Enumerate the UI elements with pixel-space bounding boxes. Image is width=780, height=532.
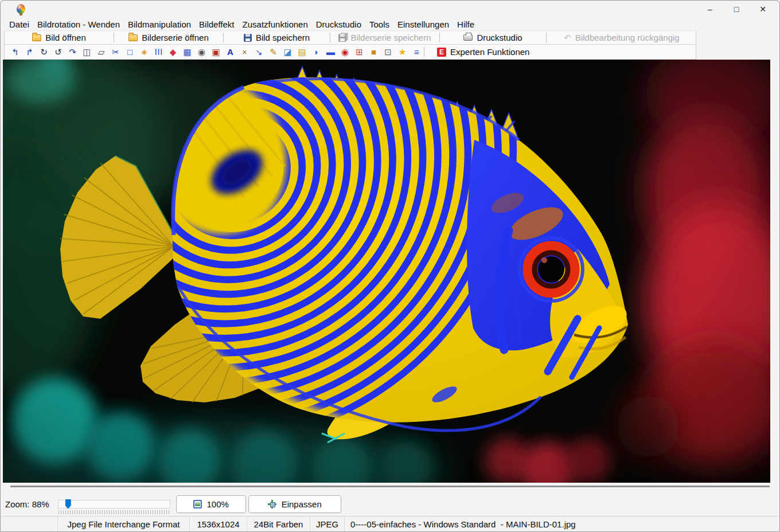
levels-adjust-icon[interactable]: ☰ — [151, 45, 166, 59]
status-filename: 0----05-einfaches - Windows Standard - M… — [345, 517, 779, 531]
zoom-label: Zoom: 88% — [5, 499, 49, 509]
toolbar-button-bilderserie-öffnen[interactable]: Bilderserie öffnen — [114, 31, 223, 44]
magic-wand-icon[interactable]: ∗ — [137, 45, 151, 59]
menu-item-datei[interactable]: Datei — [5, 19, 33, 29]
titlebar: – □ ✕ — [1, 1, 779, 18]
thumbnail-icon[interactable]: ▣ — [209, 45, 223, 59]
zoom-100-label: 100% — [207, 499, 229, 509]
gift-icon[interactable]: ■ — [366, 45, 381, 59]
fit-label: Einpassen — [282, 499, 322, 509]
floppy-save-series-icon — [338, 34, 346, 42]
fit-arrows-icon — [268, 500, 276, 508]
pen-tool-icon[interactable]: ✎ — [266, 45, 280, 59]
repair-tools-icon[interactable]: × — [237, 45, 252, 59]
image-edit-icon[interactable]: ◪ — [280, 45, 295, 59]
crop-scissors-icon[interactable]: ✂ — [108, 45, 123, 59]
menu-item-zusatzfunktionen[interactable]: Zusatzfunktionen — [239, 19, 312, 29]
app-logo-icon — [17, 4, 25, 14]
zoom-100-icon — [193, 500, 202, 508]
status-format: Jpeg File Interchange Format — [58, 517, 190, 531]
toolbar-button-label: Bild speichern — [256, 33, 310, 42]
camera-icon[interactable]: ◉ — [194, 45, 209, 59]
free-rotate-icon[interactable]: ▱ — [94, 45, 108, 59]
framed-image-icon[interactable]: ⊞ — [352, 45, 366, 59]
color-balance-icon[interactable]: ◆ — [166, 45, 180, 59]
toolbar-button-label: Druckstudio — [477, 33, 522, 42]
image-landscape-icon[interactable]: ▤ — [295, 45, 309, 59]
clone-shapes-icon[interactable]: ⊡ — [381, 45, 395, 59]
statusbar: Jpeg File Interchange Format1536x102424B… — [1, 516, 779, 531]
experten-label: Experten Funktionen — [450, 47, 529, 57]
main-toolbar: Bild öffnenBilderserie öffnenBild speich… — [5, 31, 696, 45]
toolbar-button-bild-öffnen[interactable]: Bild öffnen — [5, 31, 114, 44]
rotate-ccw-icon[interactable]: ↺ — [51, 45, 65, 59]
menu-item-druckstudio[interactable]: Druckstudio — [312, 19, 365, 29]
scroll-track — [10, 486, 770, 487]
window-controls: – □ ✕ — [697, 1, 776, 18]
mosaic-effect-icon[interactable]: ▦ — [180, 45, 194, 59]
menubar: DateiBildrotation - WendenBildmanipulati… — [1, 18, 779, 30]
red-eye-icon[interactable]: ◉ — [338, 45, 352, 59]
zoom-slider-thumb[interactable] — [65, 499, 71, 509]
minimize-button[interactable]: – — [697, 1, 723, 18]
toolbar-separator — [424, 47, 424, 57]
floppy-save-icon — [244, 34, 252, 42]
toolbar-button-bildbearbeitung-rückgängig: ↶Bildbearbeitung rückgängig — [547, 31, 697, 44]
toolbar-button-label: Bilderserie speichern — [350, 33, 431, 42]
fit-to-window-button[interactable]: Einpassen — [248, 495, 341, 513]
toolbar-container: Bild öffnenBilderserie öffnenBild speich… — [4, 30, 696, 60]
status-filetype: JPEG — [310, 517, 345, 531]
menu-item-tools[interactable]: Tools — [365, 19, 393, 29]
maximize-button[interactable]: □ — [723, 1, 750, 18]
experten-funktionen-button[interactable]: EExperten Funktionen — [437, 47, 529, 57]
status-dimensions: 1536x1024 — [190, 517, 247, 531]
printer-icon — [463, 34, 473, 41]
menu-item-bildeffekt[interactable]: Bildeffekt — [195, 19, 238, 29]
folder-open-icon — [32, 34, 41, 41]
paint-spray-icon[interactable]: ◗ — [309, 45, 323, 59]
photo-regal-angelfish — [3, 60, 770, 483]
toolbar-button-bild-speichern[interactable]: Bild speichern — [224, 31, 330, 44]
rotate-page-right-icon[interactable]: ↱ — [22, 45, 37, 59]
experten-badge-icon: E — [437, 48, 446, 57]
zoom-slider[interactable] — [58, 500, 170, 508]
app-window: – □ ✕ DateiBildrotation - WendenBildmani… — [0, 0, 780, 532]
star-icon[interactable]: ★ — [395, 45, 410, 59]
image-insert-icon[interactable]: ↘ — [252, 45, 266, 59]
zoom-100-button[interactable]: 100% — [176, 495, 246, 513]
zoom-slider-ticks — [58, 510, 170, 514]
rotate-page-left-icon[interactable]: ↰ — [8, 45, 22, 59]
toolbar-button-bilderserie-speichern: Bilderserie speichern — [330, 31, 439, 44]
toolbar-button-label: Bild öffnen — [45, 33, 86, 42]
zoom-controls: Zoom: 88% 100% Einpassen — [1, 494, 779, 514]
menu-item-bildrotation-wenden[interactable]: Bildrotation - Wenden — [33, 19, 124, 29]
border-frame-icon[interactable]: ▬ — [323, 45, 338, 59]
toolbar-button-label: Bilderserie öffnen — [142, 33, 208, 42]
menu-item-bildmanipulation[interactable]: Bildmanipulation — [124, 19, 195, 29]
toolbar-button-druckstudio[interactable]: Druckstudio — [440, 31, 546, 44]
icon-toolbar: ↰↱↻↺↷◫▱✂□∗☰◆▦◉▣A×↘✎◪▤◗▬◉⊞■⊡★≡EExperten F… — [5, 45, 696, 59]
close-button[interactable]: ✕ — [750, 1, 776, 18]
menu-item-hilfe[interactable]: Hilfe — [453, 19, 478, 29]
mirror-flip-icon[interactable]: ◫ — [80, 45, 94, 59]
status-color-depth: 24Bit Farben — [247, 517, 310, 531]
menu-item-einstellungen[interactable]: Einstellungen — [393, 19, 453, 29]
image-canvas[interactable] — [3, 60, 770, 483]
text-tool-icon[interactable]: A — [223, 45, 237, 59]
rotate-180-icon[interactable]: ↷ — [65, 45, 80, 59]
toolbar-button-label: Bildbearbeitung rückgängig — [575, 33, 680, 42]
rotate-cw-icon[interactable]: ↻ — [37, 45, 51, 59]
folder-open-icon — [128, 34, 138, 41]
undo-icon: ↶ — [564, 33, 571, 42]
selection-frame-icon[interactable]: □ — [123, 45, 137, 59]
copy-pages-icon[interactable]: ≡ — [410, 45, 424, 59]
status-empty — [1, 517, 58, 531]
